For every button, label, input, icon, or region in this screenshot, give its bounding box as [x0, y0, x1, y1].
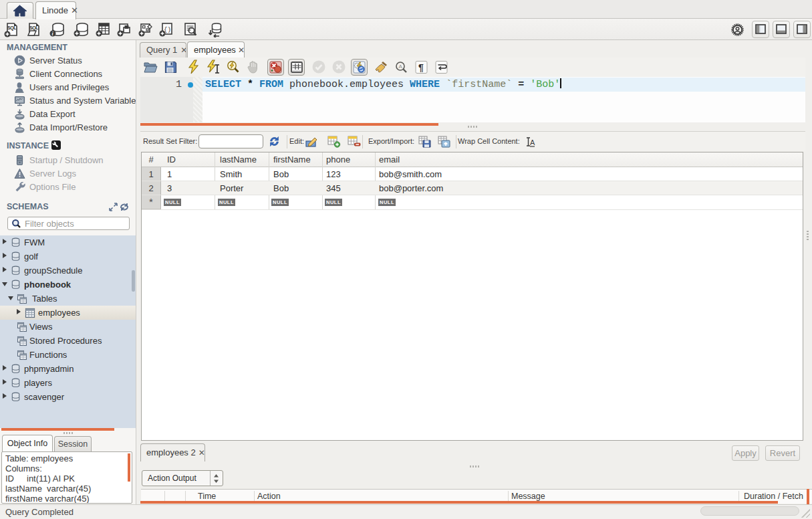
svg-text:SQL: SQL	[7, 25, 17, 31]
svg-text:A: A	[530, 138, 535, 146]
svg-text:SQL: SQL	[29, 25, 39, 31]
svg-text:A: A	[399, 64, 403, 70]
svg-text:¶: ¶	[418, 62, 424, 73]
